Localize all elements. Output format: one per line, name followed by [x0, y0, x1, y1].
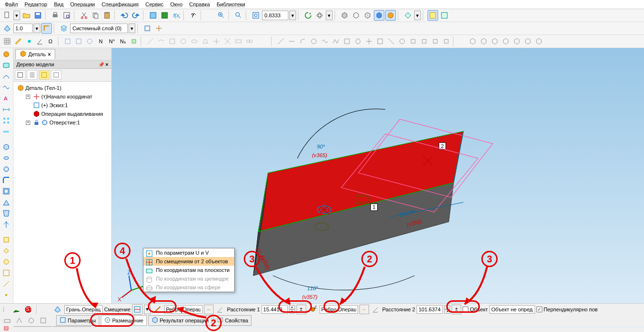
- menu-service[interactable]: Сервис: [145, 1, 164, 7]
- sk-e12-icon[interactable]: [397, 36, 407, 47]
- menu-editor[interactable]: Редактор: [24, 1, 47, 7]
- layer-combo[interactable]: [70, 24, 128, 33]
- menu-window[interactable]: Окно: [170, 1, 183, 7]
- menu-help[interactable]: Справка: [189, 1, 210, 7]
- pin-icon[interactable]: 📌: [98, 62, 104, 67]
- sk-d3-icon[interactable]: [167, 36, 178, 47]
- vtool-curve2-icon[interactable]: [1, 82, 12, 93]
- tree-origin[interactable]: + (т)Начало координат: [24, 92, 109, 101]
- wireframe-icon[interactable]: [351, 10, 361, 21]
- new-doc-icon[interactable]: [2, 10, 12, 21]
- sk-f7-icon[interactable]: [534, 36, 544, 47]
- section-icon[interactable]: [403, 10, 413, 21]
- tree-btn3-icon[interactable]: [39, 70, 49, 80]
- vtool-rib-icon[interactable]: [1, 197, 12, 208]
- sk-e3-icon[interactable]: [298, 36, 308, 47]
- vtool-array2-icon[interactable]: [1, 126, 12, 137]
- sk-origin-icon[interactable]: [24, 36, 35, 47]
- zoom-fit-icon[interactable]: [250, 10, 261, 21]
- sk-c1-icon[interactable]: [129, 36, 139, 47]
- sk-e14-icon[interactable]: [419, 36, 429, 47]
- tree-btn1-icon[interactable]: [15, 70, 25, 80]
- refresh-icon[interactable]: [303, 10, 313, 21]
- style2-icon[interactable]: [439, 10, 450, 21]
- sk-e11-icon[interactable]: [386, 36, 396, 47]
- sk-d5-icon[interactable]: [189, 36, 200, 47]
- zoom-window-icon[interactable]: [233, 10, 244, 21]
- prop-r2c-icon[interactable]: [26, 315, 36, 326]
- menu-view[interactable]: Вид: [54, 1, 63, 7]
- sk-d2-icon[interactable]: [156, 36, 167, 47]
- orbit-dropdown[interactable]: ▾: [326, 11, 333, 20]
- sk-d9-icon[interactable]: [233, 36, 244, 47]
- sk-measure-icon[interactable]: [13, 36, 24, 47]
- sk-n3-icon[interactable]: N₁: [118, 36, 128, 47]
- tree-extrude[interactable]: Операция выдавливания: [24, 110, 109, 118]
- sk-d6-icon[interactable]: [200, 36, 211, 47]
- vtool-hole-icon[interactable]: [1, 164, 12, 174]
- zoom-in-icon[interactable]: [216, 10, 227, 21]
- open-icon[interactable]: [21, 10, 32, 21]
- sk-f3-icon[interactable]: [489, 36, 500, 47]
- tree-root[interactable]: Деталь (Тел-1): [15, 84, 109, 92]
- tree-close-icon[interactable]: ×: [106, 61, 108, 67]
- sk-a2-icon[interactable]: [73, 36, 84, 47]
- tab-detail[interactable]: Деталь ×: [15, 49, 55, 59]
- sk-e8-icon[interactable]: [353, 36, 363, 47]
- tab-close-icon[interactable]: ×: [48, 51, 50, 57]
- sk-d8-icon[interactable]: [222, 36, 233, 47]
- sk-e16-icon[interactable]: [441, 36, 452, 47]
- scale-dropdown[interactable]: ▾: [34, 24, 40, 33]
- print-icon[interactable]: [50, 10, 60, 21]
- menu-file[interactable]: Файл: [5, 1, 18, 7]
- popup-uv[interactable]: По параметрам U и V: [143, 248, 234, 257]
- vtool-surface-icon[interactable]: [1, 60, 12, 71]
- ortho-icon[interactable]: [41, 23, 52, 34]
- prop-r2d-icon[interactable]: [38, 315, 48, 326]
- sk-f1-icon[interactable]: [467, 36, 478, 47]
- orbit-icon[interactable]: [314, 10, 325, 21]
- library-icon[interactable]: [148, 10, 158, 21]
- section-dropdown[interactable]: ▾: [414, 11, 421, 20]
- sk-f2-icon[interactable]: [478, 36, 489, 47]
- sk-e7-icon[interactable]: [342, 36, 352, 47]
- cut-icon[interactable]: [79, 10, 89, 21]
- vtool-g4-icon[interactable]: [1, 268, 12, 278]
- iso-view-icon[interactable]: [339, 10, 350, 21]
- sk-a3-icon[interactable]: [84, 36, 95, 47]
- save2-icon[interactable]: [159, 10, 170, 21]
- sk-d4-icon[interactable]: [178, 36, 189, 47]
- expander-icon[interactable]: +: [26, 95, 30, 99]
- save-icon[interactable]: [33, 10, 43, 21]
- sk-f6-icon[interactable]: [523, 36, 533, 47]
- help-icon[interactable]: ?: [188, 10, 199, 21]
- sk-e5-icon[interactable]: [320, 36, 330, 47]
- sk-f4-icon[interactable]: [501, 36, 511, 47]
- sk-d7-icon[interactable]: [211, 36, 222, 47]
- sk-e10-icon[interactable]: [375, 36, 385, 47]
- vtool-g1-icon[interactable]: [1, 234, 12, 245]
- tree-btn2-icon[interactable]: [27, 70, 37, 80]
- menu-operations[interactable]: Операции: [70, 1, 95, 7]
- undo-icon[interactable]: [119, 10, 130, 21]
- layers-icon[interactable]: [59, 23, 69, 34]
- vtool-g2-icon[interactable]: [1, 246, 12, 256]
- scale-input[interactable]: [13, 24, 33, 33]
- menu-specification[interactable]: Спецификация: [102, 1, 139, 7]
- sk-n1-icon[interactable]: N: [95, 36, 106, 47]
- fx-icon[interactable]: f(x): [171, 10, 181, 21]
- prop-stop-icon[interactable]: STOP: [23, 304, 34, 315]
- sk-d10-icon[interactable]: [244, 36, 255, 47]
- vtool-g3-icon[interactable]: [1, 257, 12, 267]
- sk-e6-icon[interactable]: [331, 36, 341, 47]
- plane-icon[interactable]: [2, 23, 12, 34]
- prop-r2b-icon[interactable]: [14, 315, 24, 326]
- sk-e9-icon[interactable]: [364, 36, 374, 47]
- tree-hole[interactable]: + Отверстие:1: [24, 118, 109, 127]
- sk-a1-icon[interactable]: [62, 36, 73, 47]
- sk-e1-icon[interactable]: [275, 36, 286, 47]
- sk-e4-icon[interactable]: [309, 36, 319, 47]
- menu-libraries[interactable]: Библиотеки: [216, 1, 245, 7]
- vtool-revolve-icon[interactable]: [1, 153, 12, 163]
- tool-b-icon[interactable]: [154, 23, 164, 34]
